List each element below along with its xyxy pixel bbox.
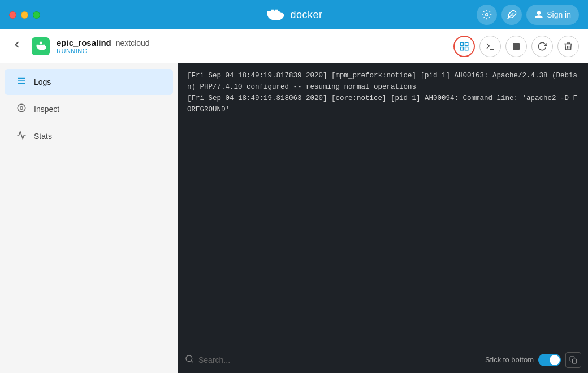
extensions-button[interactable] xyxy=(501,5,522,25)
search-area xyxy=(185,354,312,366)
docker-logo-icon xyxy=(265,7,286,23)
signin-label: Sign in xyxy=(547,10,571,19)
sidebar-item-stats[interactable]: Stats xyxy=(5,123,173,149)
logo-area: docker xyxy=(265,7,322,23)
stop-button[interactable] xyxy=(505,36,527,57)
titlebar-right: Sign in xyxy=(477,5,579,25)
svg-point-23 xyxy=(186,355,192,362)
cli-button[interactable] xyxy=(479,36,501,57)
container-info: epic_rosalind nextcloud RUNNING xyxy=(57,38,150,54)
sidebar-item-inspect[interactable]: Inspect xyxy=(5,96,173,122)
container-bar: epic_rosalind nextcloud RUNNING xyxy=(0,29,588,63)
signin-button[interactable]: Sign in xyxy=(526,5,579,25)
container-name: epic_rosalind xyxy=(57,38,111,47)
stats-icon xyxy=(16,130,27,142)
delete-button[interactable] xyxy=(557,36,579,57)
traffic-lights xyxy=(9,11,40,19)
svg-rect-17 xyxy=(513,43,520,50)
settings-button[interactable] xyxy=(477,5,497,25)
inspect-icon xyxy=(16,103,27,115)
svg-rect-25 xyxy=(572,359,577,363)
svg-rect-14 xyxy=(465,47,468,50)
close-button[interactable] xyxy=(9,11,16,19)
logs-label: Logs xyxy=(34,77,51,86)
stick-to-bottom-area: Stick to bottom xyxy=(485,352,581,368)
log-line: [Fri Sep 04 18:49:19.817839 2020] [mpm_p… xyxy=(187,70,579,93)
svg-point-22 xyxy=(20,107,23,110)
stats-label: Stats xyxy=(34,132,52,141)
log-output: [Fri Sep 04 18:49:19.817839 2020] [mpm_p… xyxy=(178,63,588,346)
stick-to-bottom-toggle[interactable] xyxy=(538,354,561,366)
stick-to-bottom-label: Stick to bottom xyxy=(485,355,534,364)
svg-line-24 xyxy=(191,361,193,362)
svg-point-21 xyxy=(18,104,25,112)
svg-rect-12 xyxy=(460,42,463,45)
search-input[interactable] xyxy=(198,355,312,365)
svg-rect-13 xyxy=(465,42,468,45)
copy-button[interactable] xyxy=(565,352,581,368)
main-layout: Logs Inspect Stats [Fri Sep 04 18:49:19.… xyxy=(0,63,588,373)
container-action-buttons xyxy=(453,36,579,57)
sidebar: Logs Inspect Stats xyxy=(0,63,178,373)
bottom-bar: Stick to bottom xyxy=(178,346,588,373)
inspect-label: Inspect xyxy=(34,105,59,114)
titlebar: docker Sign in xyxy=(0,0,588,29)
container-name-row: epic_rosalind nextcloud xyxy=(57,38,150,47)
restart-button[interactable] xyxy=(531,36,553,57)
log-line: [Fri Sep 04 18:49:19.818063 2020] [core:… xyxy=(187,93,579,115)
open-browser-button[interactable] xyxy=(453,36,475,57)
container-image: nextcloud xyxy=(116,38,150,47)
svg-rect-10 xyxy=(40,41,42,44)
sidebar-item-logs[interactable]: Logs xyxy=(5,69,173,95)
svg-point-5 xyxy=(486,14,488,16)
back-button[interactable] xyxy=(9,37,25,55)
maximize-button[interactable] xyxy=(33,11,40,19)
toggle-knob xyxy=(550,355,560,365)
svg-rect-15 xyxy=(460,47,463,50)
container-bar-left: epic_rosalind nextcloud RUNNING xyxy=(9,37,150,55)
minimize-button[interactable] xyxy=(21,11,28,19)
app-title: docker xyxy=(290,9,322,21)
container-icon xyxy=(32,37,50,55)
content-area: [Fri Sep 04 18:49:19.817839 2020] [mpm_p… xyxy=(178,63,588,373)
logs-icon xyxy=(16,76,27,88)
search-icon xyxy=(185,354,194,366)
container-status: RUNNING xyxy=(57,47,150,54)
